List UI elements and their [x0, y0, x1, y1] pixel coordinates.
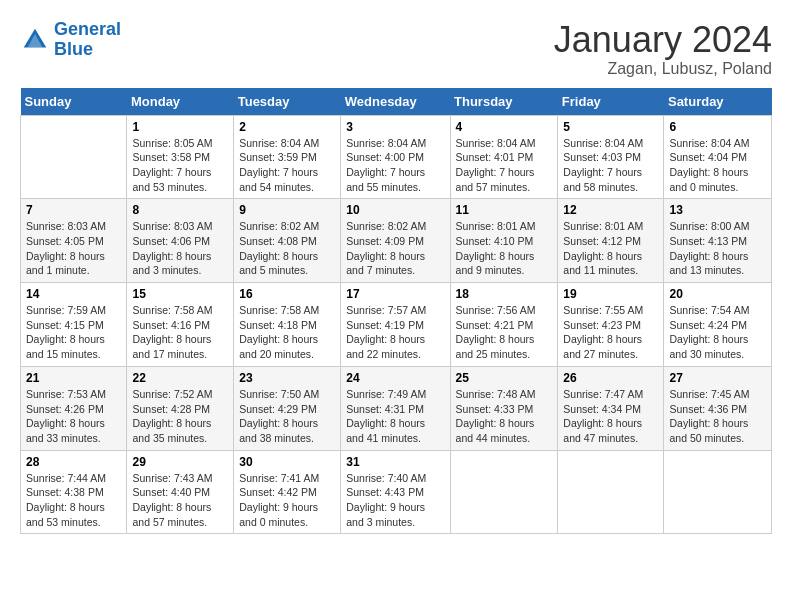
calendar-week-row: 21Sunrise: 7:53 AMSunset: 4:26 PMDayligh… — [21, 366, 772, 450]
day-number: 13 — [669, 203, 766, 217]
day-number: 24 — [346, 371, 444, 385]
day-info: Sunrise: 7:47 AMSunset: 4:34 PMDaylight:… — [563, 387, 658, 446]
calendar-day-cell: 29Sunrise: 7:43 AMSunset: 4:40 PMDayligh… — [127, 450, 234, 534]
day-header: Sunday — [21, 88, 127, 116]
day-number: 30 — [239, 455, 335, 469]
day-info: Sunrise: 7:53 AMSunset: 4:26 PMDaylight:… — [26, 387, 121, 446]
day-info: Sunrise: 7:54 AMSunset: 4:24 PMDaylight:… — [669, 303, 766, 362]
day-header: Wednesday — [341, 88, 450, 116]
calendar-day-cell: 15Sunrise: 7:58 AMSunset: 4:16 PMDayligh… — [127, 283, 234, 367]
calendar-title: January 2024 — [554, 20, 772, 60]
calendar-week-row: 1Sunrise: 8:05 AMSunset: 3:58 PMDaylight… — [21, 115, 772, 199]
calendar-day-cell: 18Sunrise: 7:56 AMSunset: 4:21 PMDayligh… — [450, 283, 558, 367]
calendar-day-cell: 31Sunrise: 7:40 AMSunset: 4:43 PMDayligh… — [341, 450, 450, 534]
day-info: Sunrise: 8:04 AMSunset: 4:01 PMDaylight:… — [456, 136, 553, 195]
calendar-week-row: 7Sunrise: 8:03 AMSunset: 4:05 PMDaylight… — [21, 199, 772, 283]
day-info: Sunrise: 7:58 AMSunset: 4:18 PMDaylight:… — [239, 303, 335, 362]
calendar-body: 1Sunrise: 8:05 AMSunset: 3:58 PMDaylight… — [21, 115, 772, 534]
calendar-day-cell: 21Sunrise: 7:53 AMSunset: 4:26 PMDayligh… — [21, 366, 127, 450]
day-number: 25 — [456, 371, 553, 385]
calendar-day-cell — [558, 450, 664, 534]
calendar-day-cell: 20Sunrise: 7:54 AMSunset: 4:24 PMDayligh… — [664, 283, 772, 367]
day-number: 9 — [239, 203, 335, 217]
calendar-header-row: SundayMondayTuesdayWednesdayThursdayFrid… — [21, 88, 772, 116]
logo: General Blue — [20, 20, 121, 60]
day-info: Sunrise: 8:04 AMSunset: 4:04 PMDaylight:… — [669, 136, 766, 195]
day-info: Sunrise: 7:44 AMSunset: 4:38 PMDaylight:… — [26, 471, 121, 530]
day-info: Sunrise: 8:04 AMSunset: 4:03 PMDaylight:… — [563, 136, 658, 195]
calendar-day-cell: 12Sunrise: 8:01 AMSunset: 4:12 PMDayligh… — [558, 199, 664, 283]
day-header: Monday — [127, 88, 234, 116]
calendar-day-cell: 2Sunrise: 8:04 AMSunset: 3:59 PMDaylight… — [234, 115, 341, 199]
day-number: 2 — [239, 120, 335, 134]
calendar-day-cell: 5Sunrise: 8:04 AMSunset: 4:03 PMDaylight… — [558, 115, 664, 199]
calendar-table: SundayMondayTuesdayWednesdayThursdayFrid… — [20, 88, 772, 535]
page-header: General Blue January 2024 Zagan, Lubusz,… — [20, 20, 772, 78]
day-info: Sunrise: 7:59 AMSunset: 4:15 PMDaylight:… — [26, 303, 121, 362]
day-number: 19 — [563, 287, 658, 301]
day-number: 8 — [132, 203, 228, 217]
day-info: Sunrise: 8:02 AMSunset: 4:09 PMDaylight:… — [346, 219, 444, 278]
calendar-day-cell: 22Sunrise: 7:52 AMSunset: 4:28 PMDayligh… — [127, 366, 234, 450]
day-number: 16 — [239, 287, 335, 301]
calendar-day-cell: 1Sunrise: 8:05 AMSunset: 3:58 PMDaylight… — [127, 115, 234, 199]
day-number: 5 — [563, 120, 658, 134]
day-number: 29 — [132, 455, 228, 469]
day-info: Sunrise: 8:04 AMSunset: 4:00 PMDaylight:… — [346, 136, 444, 195]
calendar-week-row: 14Sunrise: 7:59 AMSunset: 4:15 PMDayligh… — [21, 283, 772, 367]
calendar-day-cell: 8Sunrise: 8:03 AMSunset: 4:06 PMDaylight… — [127, 199, 234, 283]
calendar-day-cell — [21, 115, 127, 199]
day-info: Sunrise: 7:57 AMSunset: 4:19 PMDaylight:… — [346, 303, 444, 362]
logo-text: General Blue — [54, 20, 121, 60]
day-header: Thursday — [450, 88, 558, 116]
day-number: 20 — [669, 287, 766, 301]
day-number: 18 — [456, 287, 553, 301]
day-info: Sunrise: 8:01 AMSunset: 4:12 PMDaylight:… — [563, 219, 658, 278]
day-info: Sunrise: 7:45 AMSunset: 4:36 PMDaylight:… — [669, 387, 766, 446]
calendar-day-cell: 25Sunrise: 7:48 AMSunset: 4:33 PMDayligh… — [450, 366, 558, 450]
calendar-day-cell: 13Sunrise: 8:00 AMSunset: 4:13 PMDayligh… — [664, 199, 772, 283]
day-number: 6 — [669, 120, 766, 134]
day-number: 31 — [346, 455, 444, 469]
day-number: 3 — [346, 120, 444, 134]
day-info: Sunrise: 7:48 AMSunset: 4:33 PMDaylight:… — [456, 387, 553, 446]
title-block: January 2024 Zagan, Lubusz, Poland — [554, 20, 772, 78]
day-info: Sunrise: 7:56 AMSunset: 4:21 PMDaylight:… — [456, 303, 553, 362]
day-info: Sunrise: 8:00 AMSunset: 4:13 PMDaylight:… — [669, 219, 766, 278]
day-info: Sunrise: 7:49 AMSunset: 4:31 PMDaylight:… — [346, 387, 444, 446]
day-number: 27 — [669, 371, 766, 385]
calendar-day-cell: 4Sunrise: 8:04 AMSunset: 4:01 PMDaylight… — [450, 115, 558, 199]
day-number: 12 — [563, 203, 658, 217]
day-info: Sunrise: 8:01 AMSunset: 4:10 PMDaylight:… — [456, 219, 553, 278]
day-number: 11 — [456, 203, 553, 217]
calendar-day-cell: 23Sunrise: 7:50 AMSunset: 4:29 PMDayligh… — [234, 366, 341, 450]
day-info: Sunrise: 7:55 AMSunset: 4:23 PMDaylight:… — [563, 303, 658, 362]
day-info: Sunrise: 8:03 AMSunset: 4:06 PMDaylight:… — [132, 219, 228, 278]
calendar-day-cell — [664, 450, 772, 534]
day-info: Sunrise: 8:02 AMSunset: 4:08 PMDaylight:… — [239, 219, 335, 278]
day-number: 28 — [26, 455, 121, 469]
day-info: Sunrise: 7:50 AMSunset: 4:29 PMDaylight:… — [239, 387, 335, 446]
day-number: 1 — [132, 120, 228, 134]
calendar-day-cell: 16Sunrise: 7:58 AMSunset: 4:18 PMDayligh… — [234, 283, 341, 367]
calendar-day-cell: 26Sunrise: 7:47 AMSunset: 4:34 PMDayligh… — [558, 366, 664, 450]
day-number: 15 — [132, 287, 228, 301]
day-info: Sunrise: 7:58 AMSunset: 4:16 PMDaylight:… — [132, 303, 228, 362]
day-header: Tuesday — [234, 88, 341, 116]
day-number: 22 — [132, 371, 228, 385]
day-info: Sunrise: 8:05 AMSunset: 3:58 PMDaylight:… — [132, 136, 228, 195]
calendar-day-cell — [450, 450, 558, 534]
day-number: 21 — [26, 371, 121, 385]
calendar-subtitle: Zagan, Lubusz, Poland — [554, 60, 772, 78]
calendar-day-cell: 28Sunrise: 7:44 AMSunset: 4:38 PMDayligh… — [21, 450, 127, 534]
day-info: Sunrise: 8:03 AMSunset: 4:05 PMDaylight:… — [26, 219, 121, 278]
day-info: Sunrise: 8:04 AMSunset: 3:59 PMDaylight:… — [239, 136, 335, 195]
day-info: Sunrise: 7:52 AMSunset: 4:28 PMDaylight:… — [132, 387, 228, 446]
day-number: 17 — [346, 287, 444, 301]
calendar-day-cell: 10Sunrise: 8:02 AMSunset: 4:09 PMDayligh… — [341, 199, 450, 283]
calendar-week-row: 28Sunrise: 7:44 AMSunset: 4:38 PMDayligh… — [21, 450, 772, 534]
day-info: Sunrise: 7:41 AMSunset: 4:42 PMDaylight:… — [239, 471, 335, 530]
calendar-day-cell: 6Sunrise: 8:04 AMSunset: 4:04 PMDaylight… — [664, 115, 772, 199]
calendar-day-cell: 19Sunrise: 7:55 AMSunset: 4:23 PMDayligh… — [558, 283, 664, 367]
day-number: 26 — [563, 371, 658, 385]
